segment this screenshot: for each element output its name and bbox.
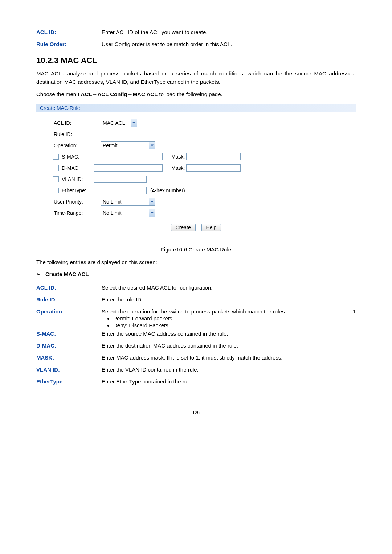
label-smac: S-MAC:: [46, 154, 94, 160]
label-user-priority: User Priority:: [46, 199, 101, 205]
row-rule-id: Rule ID:: [46, 130, 346, 139]
field-rule-order-top: Rule Order: User Config order is set to …: [36, 41, 356, 47]
def-label-ethertype: EtherType:: [36, 378, 102, 385]
input-smac-mask[interactable]: [186, 153, 241, 160]
section-number: 10.2.3: [36, 56, 58, 65]
def-rule-id: Rule ID: Enter the rule ID.: [36, 296, 356, 303]
def-desc-rule-id: Enter the rule ID.: [102, 296, 356, 303]
row-smac: S-MAC: Mask:: [46, 152, 346, 161]
def-desc-ethertype: Enter EtherType contained in the rule.: [102, 378, 356, 385]
def-desc-operation-text: Select the operation for the switch to p…: [102, 308, 286, 315]
row-acl-id: ACL ID: MAC ACL: [46, 119, 346, 127]
chevron-right-icon: ➢: [36, 271, 40, 277]
def-label-dmac: D-MAC:: [36, 342, 102, 349]
label-operation: Operation:: [46, 143, 101, 148]
def-acl-id: ACL ID: Select the desired MAC ACL for c…: [36, 284, 356, 291]
def-label-smac: S-MAC:: [36, 331, 102, 337]
def-desc-dmac: Enter the destination MAC address contai…: [102, 342, 356, 349]
chevron-down-icon: [149, 209, 155, 217]
checkbox-dmac[interactable]: [53, 165, 59, 171]
input-smac[interactable]: [94, 153, 163, 160]
operation-list: Permit: Forward packets. Deny: Discard P…: [102, 315, 356, 328]
text-smac: S-MAC:: [62, 154, 79, 160]
menu-arrow2: →: [127, 91, 133, 97]
figure-container: Create MAC-Rule ACL ID: MAC ACL Rule ID:…: [36, 104, 356, 238]
row-time-range: Time-Range: No Limit: [46, 209, 346, 217]
figure-header: Create MAC-Rule: [36, 104, 356, 112]
row-dmac: D-MAC: Mask:: [46, 164, 346, 172]
subheading-text: Create MAC ACL: [45, 271, 89, 277]
help-button[interactable]: Help: [201, 224, 221, 231]
row-ethertype: EtherType: (4-hex number): [46, 186, 346, 195]
select-acl-id[interactable]: MAC ACL: [101, 119, 137, 127]
field-acl-id-top: ACL ID: Enter ACL ID of the ACL you want…: [36, 29, 356, 35]
input-ethertype[interactable]: [94, 187, 147, 194]
def-label-acl-id: ACL ID:: [36, 284, 102, 291]
input-dmac-mask[interactable]: [186, 164, 241, 172]
subheading-create-mac-acl: ➢ Create MAC ACL: [36, 271, 356, 277]
field-desc-acl-id: Enter ACL ID of the ACL you want to crea…: [102, 29, 356, 35]
checkbox-ethertype[interactable]: [53, 188, 59, 193]
label-time-range: Time-Range:: [46, 210, 101, 216]
def-desc-smac: Enter the source MAC address contained i…: [102, 331, 356, 337]
row-vlan-id: VLAN ID:: [46, 175, 346, 184]
def-operation-right-num: 1: [348, 308, 356, 315]
def-operation: Operation: Select the operation for the …: [36, 308, 356, 329]
def-label-rule-id: Rule ID:: [36, 296, 102, 303]
operation-permit: Permit: Forward packets.: [113, 315, 356, 321]
checkbox-vlan-id[interactable]: [53, 176, 59, 182]
select-time-range-value: No Limit: [103, 210, 121, 216]
label-smac-mask: Mask:: [171, 154, 185, 160]
label-ethertype: EtherType:: [46, 188, 94, 193]
create-button[interactable]: Create: [171, 224, 196, 231]
section-paragraph: MAC ACLs analyze and process packets bas…: [36, 70, 356, 86]
section-title: MAC ACL: [61, 56, 97, 65]
chevron-down-icon: [131, 119, 137, 127]
row-user-priority: User Priority: No Limit: [46, 197, 346, 206]
figure-body: ACL ID: MAC ACL Rule ID: Operation: Perm…: [36, 112, 356, 238]
def-ethertype: EtherType: Enter EtherType contained in …: [36, 378, 356, 385]
section-heading: 10.2.3 MAC ACL: [36, 56, 356, 65]
label-dmac-mask: Mask:: [171, 165, 185, 171]
menu-part3: MAC ACL: [133, 91, 158, 97]
def-dmac: D-MAC: Enter the destination MAC address…: [36, 342, 356, 349]
label-rule-id: Rule ID:: [46, 131, 101, 137]
field-label-rule-order: Rule Order:: [36, 41, 102, 47]
def-desc-mask: Enter MAC address mask. If it is set to …: [102, 354, 356, 361]
def-label-mask: MASK:: [36, 354, 102, 361]
text-ethertype: EtherType:: [62, 188, 86, 193]
text-dmac: D-MAC:: [62, 165, 80, 171]
input-dmac[interactable]: [94, 164, 163, 172]
label-dmac: D-MAC:: [46, 165, 94, 171]
menu-path: Choose the menu ACL→ACL Config→MAC ACL t…: [36, 91, 356, 97]
def-label-vlan-id: VLAN ID:: [36, 366, 102, 373]
operation-deny: Deny: Discard Packets.: [113, 322, 356, 328]
input-rule-id[interactable]: [101, 131, 154, 138]
button-row: Create Help: [46, 224, 346, 231]
select-user-priority-value: No Limit: [103, 199, 121, 205]
label-vlan-id: VLAN ID:: [46, 176, 94, 182]
input-vlan-id[interactable]: [94, 176, 147, 183]
select-operation[interactable]: Permit: [101, 141, 155, 149]
row-operation: Operation: Permit: [46, 141, 346, 150]
chevron-down-icon: [149, 142, 155, 149]
menu-arrow1: →: [92, 91, 97, 97]
select-operation-value: Permit: [103, 143, 117, 148]
checkbox-smac[interactable]: [53, 154, 59, 160]
def-desc-vlan-id: Enter the VLAN ID contained in the rule.: [102, 366, 356, 373]
hint-ethertype: (4-hex number): [150, 188, 185, 193]
def-label-operation: Operation:: [36, 308, 102, 329]
def-mask: MASK: Enter MAC address mask. If it is s…: [36, 354, 356, 361]
figure-caption: Figure10-6 Create MAC Rule: [36, 246, 356, 253]
text-vlan-id: VLAN ID:: [62, 176, 83, 182]
def-desc-operation: Select the operation for the switch to p…: [102, 308, 356, 329]
menu-part2: ACL Config: [97, 91, 127, 97]
select-acl-id-value: MAC ACL: [103, 120, 125, 126]
menu-prefix: Choose the menu: [36, 91, 81, 97]
def-smac: S-MAC: Enter the source MAC address cont…: [36, 331, 356, 337]
field-label-acl-id: ACL ID:: [36, 29, 102, 35]
menu-part1: ACL: [81, 91, 92, 97]
select-user-priority[interactable]: No Limit: [101, 198, 155, 206]
menu-suffix: to load the following page.: [158, 91, 222, 97]
select-time-range[interactable]: No Limit: [101, 209, 155, 217]
